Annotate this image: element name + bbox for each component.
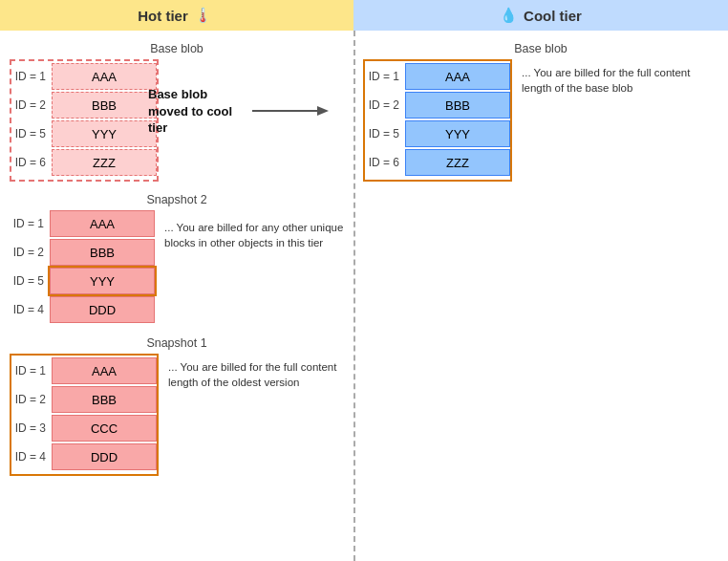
blob-cell: CCC bbox=[52, 415, 157, 442]
snapshot2-section: Snapshot 2 ID = 1 AAA ID = 2 BBB ID = 5 … bbox=[10, 193, 344, 325]
snapshot1-row-1: ID = 1 AAA bbox=[11, 357, 157, 384]
base-blob-cool-section: Base blob ID = 1 AAA ID = 2 BBB ID = 5 Y… bbox=[363, 42, 718, 182]
cool-annotation: ... You are billed for the full content … bbox=[522, 59, 718, 96]
snapshot1-row-2: ID = 2 BBB bbox=[11, 386, 157, 413]
snapshot2-row-4: ID = 4 DDD bbox=[10, 296, 155, 323]
row-id: ID = 2 bbox=[11, 98, 52, 112]
base-blob-hot-row-4: ID = 6 ZZZ bbox=[11, 149, 157, 176]
row-id: ID = 2 bbox=[10, 246, 50, 259]
blob-cell: ZZZ bbox=[52, 149, 157, 176]
base-blob-hot-row-3: ID = 5 YYY bbox=[11, 120, 157, 147]
snapshot1-row-3: ID = 3 CCC bbox=[11, 415, 157, 442]
blob-cell: BBB bbox=[50, 239, 155, 266]
row-id: ID = 2 bbox=[11, 393, 52, 406]
row-id: ID = 1 bbox=[11, 70, 52, 83]
snapshot2-row-2: ID = 2 BBB bbox=[10, 239, 155, 266]
blob-cell: BBB bbox=[52, 386, 157, 413]
blob-cell: BBB bbox=[405, 92, 510, 119]
blob-cell: YYY bbox=[52, 120, 157, 147]
base-blob-cool-content: ID = 1 AAA ID = 2 BBB ID = 5 YYY ID = 6 … bbox=[363, 59, 718, 182]
snapshot1-table: ID = 1 AAA ID = 2 BBB ID = 3 CCC ID = 4 … bbox=[10, 354, 159, 476]
row-id: ID = 1 bbox=[11, 364, 52, 378]
base-blob-cool-title: Base blob bbox=[363, 42, 718, 55]
cool-side: Base blob ID = 1 AAA ID = 2 BBB ID = 5 Y… bbox=[353, 31, 728, 561]
row-id: ID = 1 bbox=[365, 70, 405, 83]
blob-cell: YYY bbox=[405, 120, 510, 147]
row-id: ID = 5 bbox=[365, 127, 405, 140]
blob-cell-highlighted: YYY bbox=[50, 268, 155, 294]
snapshot1-content: ID = 1 AAA ID = 2 BBB ID = 3 CCC ID = 4 … bbox=[10, 354, 344, 476]
row-id: ID = 1 bbox=[10, 217, 50, 230]
arrow-container: Base blob moved to cool tier bbox=[148, 86, 329, 137]
row-id: ID = 4 bbox=[11, 450, 52, 464]
row-id: ID = 2 bbox=[365, 98, 405, 112]
row-id: ID = 6 bbox=[365, 156, 405, 169]
snapshot2-row-3: ID = 5 YYY bbox=[10, 268, 155, 294]
snapshot2-title: Snapshot 2 bbox=[10, 193, 344, 206]
cool-row-4: ID = 6 ZZZ bbox=[365, 149, 510, 176]
tier-divider bbox=[353, 31, 355, 561]
row-id: ID = 6 bbox=[11, 156, 52, 169]
cool-tier-label: Cool tier bbox=[524, 8, 582, 24]
base-blob-cool-table: ID = 1 AAA ID = 2 BBB ID = 5 YYY ID = 6 … bbox=[363, 59, 512, 182]
row-id: ID = 5 bbox=[10, 274, 50, 288]
base-blob-hot-title: Base blob bbox=[10, 42, 344, 55]
blob-cell: AAA bbox=[405, 63, 510, 90]
snapshot2-annotation: ... You are billed for any other unique … bbox=[164, 210, 344, 250]
tier-header: Hot tier 🌡️ 💧 Cool tier bbox=[0, 0, 728, 31]
cool-row-2: ID = 2 BBB bbox=[365, 92, 510, 119]
blob-cell: DDD bbox=[50, 296, 155, 323]
row-id: ID = 3 bbox=[11, 421, 52, 435]
snapshot2-row-1: ID = 1 AAA bbox=[10, 210, 155, 237]
hot-tier-header: Hot tier 🌡️ bbox=[0, 0, 353, 31]
blob-cell: AAA bbox=[50, 210, 155, 237]
base-blob-hot-row-2: ID = 2 BBB bbox=[11, 92, 157, 119]
hot-tier-label: Hot tier bbox=[138, 8, 188, 24]
snapshot1-row-4: ID = 4 DDD bbox=[11, 443, 157, 470]
cool-tier-header: 💧 Cool tier bbox=[353, 0, 728, 31]
blob-cell: AAA bbox=[52, 357, 157, 384]
arrow-label: Base blob moved to cool tier bbox=[148, 86, 248, 137]
main-content: Base blob ID = 1 AAA ID = 2 BBB ID = 5 Y… bbox=[0, 31, 728, 561]
snapshot2-table: ID = 1 AAA ID = 2 BBB ID = 5 YYY ID = 4 … bbox=[10, 210, 155, 325]
cool-row-1: ID = 1 AAA bbox=[365, 63, 510, 90]
arrow-icon bbox=[252, 101, 329, 120]
hot-icon: 🌡️ bbox=[194, 7, 212, 24]
snapshot1-annotation: ... You are billed for the full content … bbox=[168, 354, 344, 390]
snapshot1-section: Snapshot 1 ID = 1 AAA ID = 2 BBB ID = 3 … bbox=[10, 336, 344, 476]
blob-cell: ZZZ bbox=[405, 149, 510, 176]
base-blob-hot-row-1: ID = 1 AAA bbox=[11, 63, 157, 90]
blob-cell: DDD bbox=[52, 443, 157, 470]
cool-icon: 💧 bbox=[500, 7, 518, 24]
cool-row-3: ID = 5 YYY bbox=[365, 120, 510, 147]
blob-cell: AAA bbox=[52, 63, 157, 90]
row-id: ID = 5 bbox=[11, 127, 52, 140]
blob-cell: BBB bbox=[52, 92, 157, 119]
snapshot2-content: ID = 1 AAA ID = 2 BBB ID = 5 YYY ID = 4 … bbox=[10, 210, 344, 325]
row-id: ID = 4 bbox=[10, 303, 50, 316]
svg-marker-1 bbox=[317, 106, 329, 116]
snapshot1-title: Snapshot 1 bbox=[10, 336, 344, 350]
